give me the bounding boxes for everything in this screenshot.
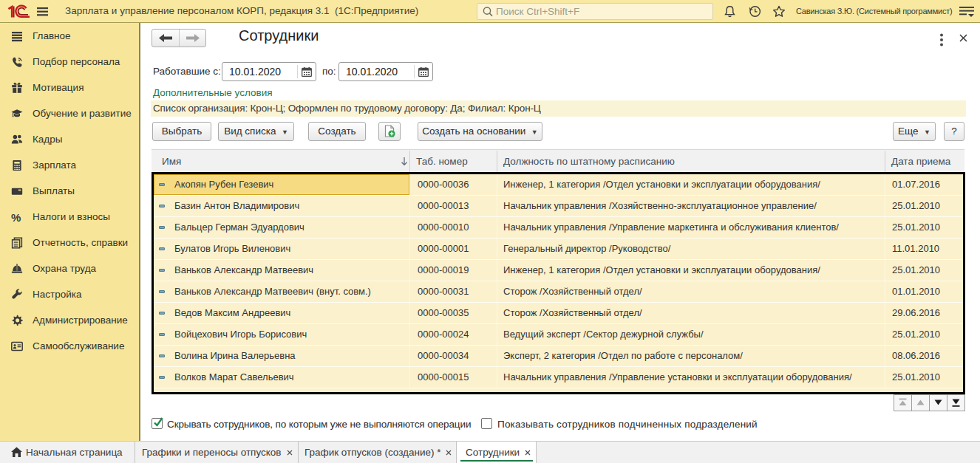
svg-text:%: % bbox=[11, 211, 21, 223]
